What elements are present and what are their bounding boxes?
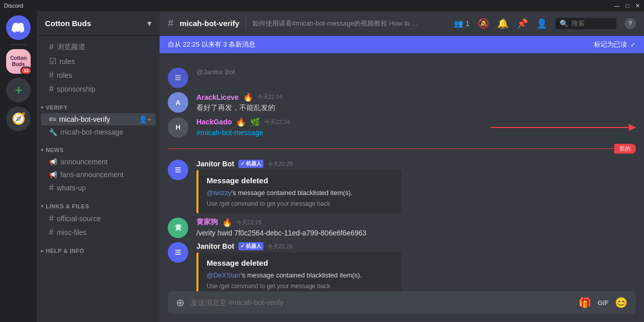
channel-item-roles[interactable]: # roles xyxy=(41,69,156,82)
message-group-arack: A ArackLiceve 🔥 今天22:24 看好了再发，不能乱发的 xyxy=(160,90,644,115)
channel-item-micah-bot-verify[interactable]: #≡ micah-bot-verify 👤+ xyxy=(41,113,156,125)
server-icon-add[interactable]: ＋ xyxy=(6,78,31,102)
new-divider-badge: 新的 xyxy=(614,144,636,154)
mute-icon[interactable]: 🔕 xyxy=(478,18,489,29)
arack-emoji: 🔥 xyxy=(243,92,253,102)
minimize-button[interactable]: — xyxy=(614,3,619,9)
channel-label-micah-bot-verify: micah-bot-verify xyxy=(59,115,110,123)
server-name: Cotton Buds xyxy=(45,19,91,28)
category-label-links-files: LINKS & FILES xyxy=(46,203,90,209)
bot-badge-3: ✓ 机器人 xyxy=(238,242,263,250)
embed-mention-2: @DeXStarr xyxy=(207,271,241,279)
channel-header-topic: 如何使用请看#micah-bot-message的视频教程 How to ... xyxy=(252,19,448,28)
channel-item-micah-bot-message[interactable]: 🔧 micah-bot-message xyxy=(41,126,156,138)
category-arrow: ▾ xyxy=(41,105,44,110)
messages-area[interactable]: ≡ @Janitor Bot A ArackLiceve 🔥 今天22:24 看… xyxy=(160,57,644,291)
message-group-janitor-partial: ≡ @Janitor Bot xyxy=(160,66,644,90)
embed-body-1: @twizzy's message contained blacklisted … xyxy=(207,188,393,198)
titlebar: Discord — □ ✕ xyxy=(0,0,644,11)
bell-icon[interactable]: 🔔 xyxy=(497,18,508,29)
time-huang: 今天22:26 xyxy=(236,219,262,226)
author-huang: 黄家驹 xyxy=(196,218,218,227)
avatar-huang: 黄 xyxy=(168,218,188,238)
close-button[interactable]: ✕ xyxy=(635,3,640,9)
sponsorship-icon: # xyxy=(49,84,54,94)
category-links-files[interactable]: ▾ LINKS & FILES xyxy=(37,195,160,211)
search-bar[interactable]: 🔍 xyxy=(556,18,616,29)
channel-item-announcement[interactable]: 📢 announcement xyxy=(41,156,156,168)
channel-sidebar: Cotton Buds ▾ # 浏览频道 ☑ rules # roles # s… xyxy=(37,11,160,322)
category-help-info[interactable]: ▸ HELP & INFO xyxy=(37,240,160,256)
header-divider xyxy=(246,17,246,30)
server-icon-discord[interactable] xyxy=(6,15,31,40)
embed-body-text-1: 's message contained blacklisted item(s)… xyxy=(232,189,353,197)
server-list: CottonBuds 33 ＋ 🧭 xyxy=(0,11,37,322)
server-header[interactable]: Cotton Buds ▾ xyxy=(37,11,160,36)
channel-label-sponsorship: sponsorship xyxy=(57,85,96,93)
emoji-icon[interactable]: 😊 xyxy=(615,296,628,309)
time-janitor-2: 今天22:25 xyxy=(268,160,293,168)
category-label-news: NEWS xyxy=(46,147,64,153)
gift-icon[interactable]: 🎁 xyxy=(579,296,591,309)
category-verify[interactable]: ▾ VERIFY xyxy=(37,96,160,113)
helpinfo-arrow: ▸ xyxy=(41,248,44,253)
channel-label-official-source: official-source xyxy=(57,214,101,223)
message-content-janitor-3: Janitor Bot ✓ 机器人 今天22:26 Message delete… xyxy=(196,242,636,291)
channel-item-browse[interactable]: # 浏览频道 xyxy=(41,40,156,54)
help-icon[interactable]: ? xyxy=(625,18,636,29)
svg-marker-1 xyxy=(629,124,636,131)
time-hackgado: 今天22:24 xyxy=(264,118,290,126)
dropdown-icon: ▾ xyxy=(147,19,151,28)
author-hackgado: HackGado xyxy=(196,118,232,126)
author-arack: ArackLiceve xyxy=(196,93,239,101)
browse-label: 浏览频道 xyxy=(57,42,85,52)
channel-item-whats-up[interactable]: # whats-up xyxy=(41,181,156,195)
new-messages-banner: 自从 22:25 以来有 3 条新消息 标记为已读 ✓ xyxy=(160,36,644,53)
members-panel-icon[interactable]: 👤 xyxy=(536,18,547,29)
server-icon-explore[interactable]: 🧭 xyxy=(6,106,31,131)
deleted-embed-2: Message deleted @DeXStarr's message cont… xyxy=(196,252,401,291)
message-content-arack: ArackLiceve 🔥 今天22:24 看好了再发，不能乱发的 xyxy=(196,92,636,113)
roles-icon: # xyxy=(49,71,54,80)
search-icon: 🔍 xyxy=(560,19,568,28)
channel-item-misc-files[interactable]: # misc-files xyxy=(41,226,156,239)
message-content-janitor-partial: @Janitor Bot xyxy=(196,68,636,88)
message-input[interactable] xyxy=(191,298,572,307)
maximize-button[interactable]: □ xyxy=(626,3,629,9)
whatsup-icon: # xyxy=(49,183,54,192)
pin-icon[interactable]: 📌 xyxy=(517,18,528,29)
attach-icon[interactable]: ⊕ xyxy=(176,296,185,309)
channel-item-official-source[interactable]: # official-source xyxy=(41,212,156,225)
category-news[interactable]: ▾ NEWS xyxy=(37,139,160,155)
channel-header: # micah-bot-verify 如何使用请看#micah-bot-mess… xyxy=(160,11,644,36)
mark-read-button[interactable]: 标记为已读 ✓ xyxy=(594,40,636,49)
hackgado-link[interactable]: #micah-bot-message xyxy=(196,128,263,137)
channel-item-sponsorship[interactable]: # sponsorship xyxy=(41,82,156,96)
titlebar-controls[interactable]: — □ ✕ xyxy=(614,3,640,9)
main-content: # micah-bot-verify 如何使用请看#micah-bot-mess… xyxy=(160,11,644,322)
bot-badge-2: ✓ 机器人 xyxy=(238,160,263,168)
news-arrow: ▾ xyxy=(41,147,44,153)
browse-icon: # xyxy=(49,42,54,52)
server-icon-cotton-buds[interactable]: CottonBuds 33 xyxy=(6,49,31,74)
header-icons: 👥 1 🔕 🔔 📌 👤 🔍 ? xyxy=(454,18,636,29)
red-arrow xyxy=(491,120,644,135)
message-header-huang: 黄家驹 🔥 今天22:26 xyxy=(196,218,636,227)
gif-icon[interactable]: GIF xyxy=(597,299,609,307)
add-member-icon[interactable]: 👤+ xyxy=(139,115,151,123)
titlebar-title: Discord xyxy=(4,3,23,9)
rules-icon: ☑ xyxy=(49,56,56,66)
channel-item-rules[interactable]: ☑ rules xyxy=(41,54,156,68)
channel-label-misc-files: misc-files xyxy=(57,228,86,237)
embed-title-2: Message deleted xyxy=(207,259,393,267)
mark-read-check: ✓ xyxy=(630,41,636,49)
partial-text: @Janitor Bot xyxy=(196,68,636,77)
server-divider xyxy=(10,44,27,45)
avatar-janitor-3: ≡ xyxy=(168,242,188,263)
message-group-hackgado: H HackGado 🔥 🌿 今天22:24 #micah-bot-messag… xyxy=(160,115,644,140)
text-arack: 看好了再发，不能乱发的 xyxy=(196,103,636,113)
channel-item-fans-announcement[interactable]: 📢 fans-announcement xyxy=(41,168,156,181)
author-janitor-3: Janitor Bot xyxy=(196,242,234,250)
avatar-arack: A xyxy=(168,92,188,113)
search-input[interactable] xyxy=(571,19,612,27)
